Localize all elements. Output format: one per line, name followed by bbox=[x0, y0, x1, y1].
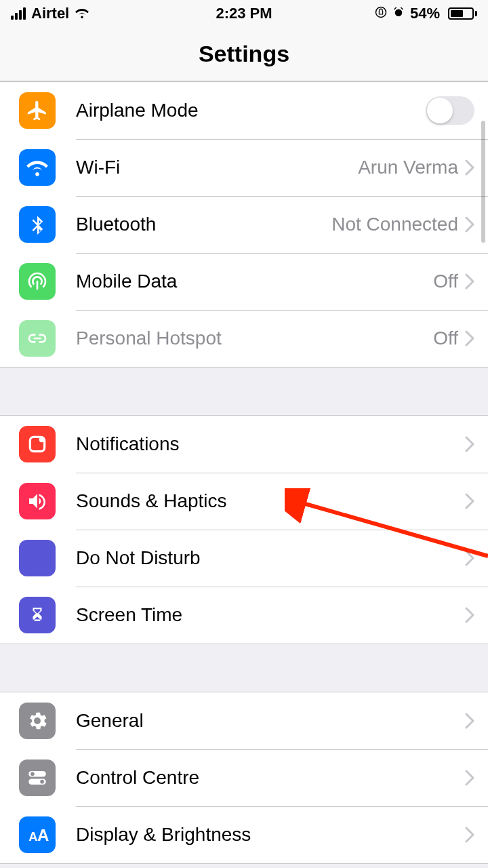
row-airplane-mode[interactable]: Airplane Mode bbox=[0, 82, 488, 139]
row-label: Sounds & Haptics bbox=[76, 490, 465, 512]
row-mobile-data[interactable]: Mobile Data Off bbox=[0, 253, 488, 310]
chevron-right-icon bbox=[465, 607, 474, 623]
row-value: Arun Verma bbox=[358, 157, 458, 178]
svg-point-1 bbox=[395, 9, 403, 17]
row-display-brightness[interactable]: AA Display & Brightness bbox=[0, 806, 488, 863]
alarm-icon bbox=[392, 5, 405, 22]
section-system: General Control Centre AA Display & Brig… bbox=[0, 692, 488, 864]
chevron-right-icon bbox=[465, 713, 474, 729]
row-bluetooth[interactable]: Bluetooth Not Connected bbox=[0, 196, 488, 253]
notifications-icon bbox=[19, 426, 56, 462]
svg-text:A: A bbox=[37, 826, 49, 844]
status-bar: Airtel 2:23 PM 54% bbox=[0, 0, 488, 27]
row-label: Airplane Mode bbox=[76, 100, 426, 121]
chevron-right-icon bbox=[465, 770, 474, 786]
row-label: Display & Brightness bbox=[76, 824, 465, 846]
battery-icon bbox=[445, 7, 477, 20]
svg-point-3 bbox=[39, 437, 45, 442]
row-label: Notifications bbox=[76, 433, 465, 455]
row-personal-hotspot[interactable]: Personal Hotspot Off bbox=[0, 310, 488, 367]
row-value: Off bbox=[433, 271, 458, 292]
page-title: Settings bbox=[199, 41, 289, 67]
chevron-right-icon bbox=[465, 493, 474, 509]
orientation-lock-icon bbox=[375, 5, 387, 22]
row-sounds-haptics[interactable]: Sounds & Haptics bbox=[0, 473, 488, 530]
row-notifications[interactable]: Notifications bbox=[0, 416, 488, 473]
row-general[interactable]: General bbox=[0, 692, 488, 749]
row-label: Screen Time bbox=[76, 604, 465, 626]
airplane-icon bbox=[19, 92, 56, 129]
chevron-right-icon bbox=[465, 159, 474, 176]
svg-text:A: A bbox=[28, 829, 37, 844]
battery-pct: 54% bbox=[410, 5, 440, 22]
row-label: Do Not Disturb bbox=[76, 547, 465, 569]
svg-point-7 bbox=[40, 780, 44, 784]
wifi-status-icon bbox=[75, 5, 89, 22]
speaker-icon bbox=[19, 483, 56, 519]
chevron-right-icon bbox=[465, 330, 474, 347]
chevron-right-icon bbox=[465, 827, 474, 843]
text-size-icon: AA bbox=[19, 816, 56, 853]
bluetooth-icon bbox=[19, 206, 56, 243]
section-connectivity: Airplane Mode Wi-Fi Arun Verma Bluetooth… bbox=[0, 81, 488, 368]
clock: 2:23 PM bbox=[216, 5, 272, 22]
row-wifi[interactable]: Wi-Fi Arun Verma bbox=[0, 139, 488, 196]
scroll-indicator[interactable] bbox=[481, 121, 485, 243]
row-label: Wi-Fi bbox=[76, 157, 358, 178]
row-label: Bluetooth bbox=[76, 214, 331, 235]
chevron-right-icon bbox=[465, 216, 474, 233]
row-label: General bbox=[76, 710, 465, 732]
row-do-not-disturb[interactable]: Do Not Disturb bbox=[0, 530, 488, 587]
page-header: Settings bbox=[0, 27, 488, 81]
antenna-icon bbox=[19, 263, 56, 300]
chevron-right-icon bbox=[465, 273, 474, 290]
carrier-label: Airtel bbox=[31, 5, 69, 22]
row-value: Off bbox=[433, 328, 458, 349]
row-screen-time[interactable]: Screen Time bbox=[0, 587, 488, 644]
svg-point-5 bbox=[30, 772, 35, 776]
wifi-icon bbox=[19, 149, 56, 186]
chevron-right-icon bbox=[465, 550, 474, 566]
row-value: Not Connected bbox=[331, 214, 458, 235]
link-icon bbox=[19, 320, 56, 357]
chevron-right-icon bbox=[465, 436, 474, 452]
gear-icon bbox=[19, 703, 56, 739]
row-label: Control Centre bbox=[76, 767, 465, 789]
row-label: Mobile Data bbox=[76, 271, 433, 292]
airplane-toggle[interactable] bbox=[426, 96, 474, 125]
cellular-signal-icon bbox=[11, 7, 26, 20]
section-alerts: Notifications Sounds & Haptics Do Not Di… bbox=[0, 415, 488, 644]
row-label: Personal Hotspot bbox=[76, 328, 433, 349]
hourglass-icon bbox=[19, 597, 56, 633]
toggles-icon bbox=[19, 760, 56, 796]
row-control-centre[interactable]: Control Centre bbox=[0, 749, 488, 806]
moon-icon bbox=[19, 540, 56, 576]
